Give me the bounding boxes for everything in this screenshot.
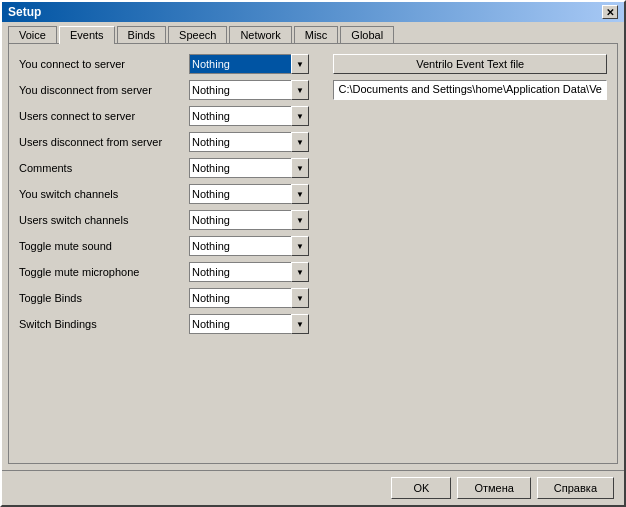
event-select-8[interactable]: Nothing [189, 262, 309, 282]
tab-misc[interactable]: Misc [294, 26, 339, 43]
title-bar: Setup ✕ [2, 2, 624, 22]
event-label-6: Users switch channels [19, 214, 189, 226]
tab-events[interactable]: Events [59, 26, 115, 44]
select-wrapper-6: Nothing▼ [189, 210, 309, 230]
event-row-5: You switch channelsNothing▼ [19, 184, 323, 204]
select-wrapper-0: Nothing▼ [189, 54, 309, 74]
event-row-9: Toggle BindsNothing▼ [19, 288, 323, 308]
event-select-0[interactable]: Nothing [189, 54, 309, 74]
event-row-8: Toggle mute microphoneNothing▼ [19, 262, 323, 282]
select-wrapper-4: Nothing▼ [189, 158, 309, 178]
bottom-bar: OK Отмена Справка [2, 470, 624, 505]
event-select-9[interactable]: Nothing [189, 288, 309, 308]
event-label-7: Toggle mute sound [19, 240, 189, 252]
tab-speech[interactable]: Speech [168, 26, 227, 43]
help-button[interactable]: Справка [537, 477, 614, 499]
right-section: Ventrilo Event Text file C:\Documents an… [333, 54, 607, 453]
select-wrapper-8: Nothing▼ [189, 262, 309, 282]
tab-network[interactable]: Network [229, 26, 291, 43]
event-label-1: You disconnect from server [19, 84, 189, 96]
event-label-0: You connect to server [19, 58, 189, 70]
event-label-8: Toggle mute microphone [19, 266, 189, 278]
event-row-7: Toggle mute soundNothing▼ [19, 236, 323, 256]
event-select-7[interactable]: Nothing [189, 236, 309, 256]
event-select-3[interactable]: Nothing [189, 132, 309, 152]
main-content: You connect to serverNothing▼You disconn… [19, 54, 607, 453]
ventrilo-event-text-button[interactable]: Ventrilo Event Text file [333, 54, 607, 74]
tab-voice[interactable]: Voice [8, 26, 57, 43]
event-row-2: Users connect to serverNothing▼ [19, 106, 323, 126]
path-display: C:\Documents and Settings\home\Applicati… [333, 80, 607, 100]
event-select-10[interactable]: Nothing [189, 314, 309, 334]
select-wrapper-3: Nothing▼ [189, 132, 309, 152]
event-label-5: You switch channels [19, 188, 189, 200]
event-label-9: Toggle Binds [19, 292, 189, 304]
event-label-10: Switch Bindings [19, 318, 189, 330]
tab-binds[interactable]: Binds [117, 26, 167, 43]
event-select-1[interactable]: Nothing [189, 80, 309, 100]
tab-global[interactable]: Global [340, 26, 394, 43]
select-wrapper-9: Nothing▼ [189, 288, 309, 308]
ok-button[interactable]: OK [391, 477, 451, 499]
tab-bar: VoiceEventsBindsSpeechNetworkMiscGlobal [2, 22, 624, 43]
select-wrapper-7: Nothing▼ [189, 236, 309, 256]
event-select-4[interactable]: Nothing [189, 158, 309, 178]
event-label-2: Users connect to server [19, 110, 189, 122]
select-wrapper-5: Nothing▼ [189, 184, 309, 204]
select-wrapper-1: Nothing▼ [189, 80, 309, 100]
select-wrapper-10: Nothing▼ [189, 314, 309, 334]
event-row-1: You disconnect from serverNothing▼ [19, 80, 323, 100]
cancel-button[interactable]: Отмена [457, 477, 530, 499]
event-row-4: CommentsNothing▼ [19, 158, 323, 178]
setup-window: Setup ✕ VoiceEventsBindsSpeechNetworkMis… [0, 0, 626, 507]
event-row-10: Switch BindingsNothing▼ [19, 314, 323, 334]
select-wrapper-2: Nothing▼ [189, 106, 309, 126]
event-row-6: Users switch channelsNothing▼ [19, 210, 323, 230]
content-area: You connect to serverNothing▼You disconn… [8, 43, 618, 464]
event-select-5[interactable]: Nothing [189, 184, 309, 204]
event-label-4: Comments [19, 162, 189, 174]
event-row-3: Users disconnect from serverNothing▼ [19, 132, 323, 152]
event-select-6[interactable]: Nothing [189, 210, 309, 230]
event-select-2[interactable]: Nothing [189, 106, 309, 126]
window-title: Setup [8, 5, 41, 19]
events-list: You connect to serverNothing▼You disconn… [19, 54, 323, 453]
event-row-0: You connect to serverNothing▼ [19, 54, 323, 74]
close-button[interactable]: ✕ [602, 5, 618, 19]
event-label-3: Users disconnect from server [19, 136, 189, 148]
